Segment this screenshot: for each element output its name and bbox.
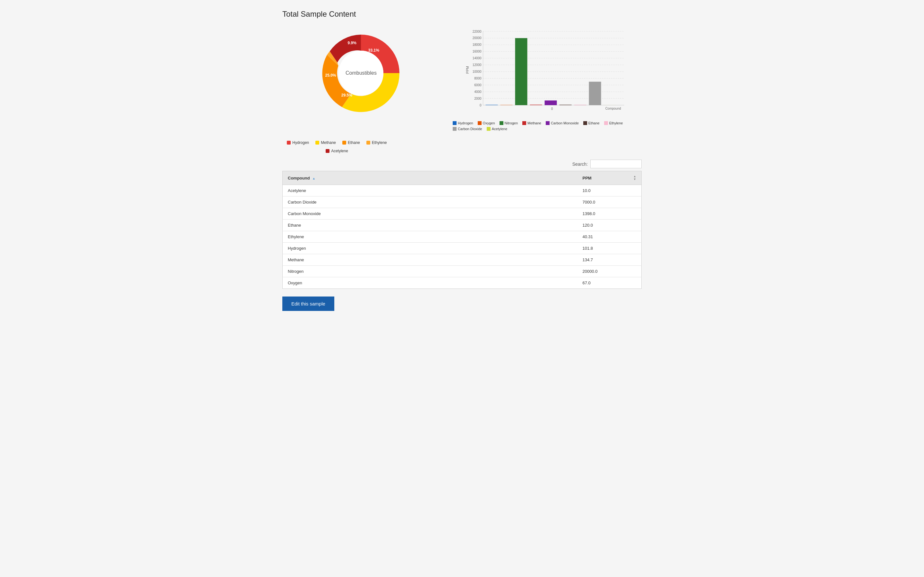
bar-legend: Hydrogen Oxygen Nitrogen Methane Carbon … [453, 121, 642, 131]
bar-legend-oxygen: Oxygen [478, 121, 495, 125]
svg-text:0: 0 [551, 107, 553, 111]
legend-dot-ethane [342, 141, 346, 145]
bar-legend-nitrogen: Nitrogen [499, 121, 518, 125]
ppm-col-label: PPM [583, 176, 591, 181]
table-row: Oxygen 67.0 [283, 277, 642, 289]
cell-compound: Carbon Monoxide [283, 208, 577, 219]
svg-text:22000: 22000 [473, 30, 481, 33]
svg-text:10000: 10000 [473, 70, 481, 73]
legend-dot-acetylene [326, 149, 330, 153]
cell-compound: Ethylene [283, 231, 577, 243]
svg-rect-33 [583, 121, 587, 125]
cell-ppm: 7000.0 [577, 197, 642, 208]
svg-text:14000: 14000 [473, 56, 481, 60]
bar-legend-methane: Methane [522, 121, 541, 125]
legend-label-ethane: Ethane [348, 140, 360, 145]
legend-methane: Methane [315, 140, 336, 145]
column-header-ppm[interactable]: PPM ▲▼ [577, 171, 642, 185]
cell-compound: Carbon Dioxide [283, 197, 577, 208]
legend-dot-hydrogen [287, 141, 291, 145]
bar-oxygen [500, 105, 512, 105]
legend-label-ethylene: Ethylene [372, 140, 387, 145]
legend-dot-methane [315, 141, 319, 145]
table-row: Hydrogen 101.8 [283, 243, 642, 254]
bar-section: PPM 22000 20000 18000 16000 [453, 28, 642, 131]
charts-row: 33.1% 9.9% 25.0% 29.5% Combustibles PPM [282, 28, 642, 131]
page-title: Total Sample Content [282, 10, 642, 19]
bar-legend-carbon-dioxide: Carbon Dioxide [453, 127, 482, 131]
bar-legend-carbon-dioxide-label: Carbon Dioxide [458, 127, 482, 131]
bar-carbon-monoxide [544, 100, 557, 105]
donut-section: 33.1% 9.9% 25.0% 29.5% Combustibles [282, 28, 440, 123]
table-row: Methane 134.7 [283, 254, 642, 266]
label-hydrogen-pct: 25.0% [325, 73, 336, 77]
bar-legend-hydrogen: Hydrogen [453, 121, 473, 125]
svg-rect-29 [478, 121, 481, 125]
cell-ppm: 134.7 [577, 254, 642, 266]
table-row: Ethane 120.0 [283, 219, 642, 231]
table-body: Acetylene 10.0 Carbon Dioxide 7000.0 Car… [283, 185, 642, 289]
legend-hydrogen: Hydrogen [287, 140, 309, 145]
bar-legend-carbon-monoxide: Carbon Monoxide [546, 121, 579, 125]
data-table: Compound ▲ PPM ▲▼ Acetylene 10.0 Carbon … [282, 171, 642, 289]
table-row: Carbon Dioxide 7000.0 [283, 197, 642, 208]
legend-ethane: Ethane [342, 140, 360, 145]
cell-ppm: 1398.0 [577, 208, 642, 219]
bar-ethane [559, 105, 572, 105]
legend-label-hydrogen: Hydrogen [292, 140, 309, 145]
svg-text:8000: 8000 [474, 77, 481, 80]
svg-text:2000: 2000 [474, 97, 481, 100]
bar-legend-ethylene: Ethylene [604, 121, 623, 125]
cell-compound: Methane [283, 254, 577, 266]
label-methane-pct: 33.1% [368, 48, 379, 53]
cell-compound: Hydrogen [283, 243, 577, 254]
svg-text:PPM: PPM [465, 66, 469, 74]
svg-rect-30 [499, 121, 503, 125]
donut-hole [338, 51, 383, 95]
bar-hydrogen [485, 105, 498, 105]
svg-rect-34 [604, 121, 608, 125]
svg-rect-36 [487, 127, 491, 131]
svg-rect-28 [453, 121, 457, 125]
cell-ppm: 101.8 [577, 243, 642, 254]
svg-text:16000: 16000 [473, 50, 481, 53]
legend-label-acetylene: Acetylene [331, 149, 348, 153]
bar-legend-acetylene: Acetylene [487, 127, 507, 131]
legend-dot-ethylene [367, 141, 370, 145]
cell-ppm: 120.0 [577, 219, 642, 231]
donut-legend-row: Hydrogen Methane Ethane Ethylene Acetyle… [282, 140, 391, 153]
svg-text:12000: 12000 [473, 63, 481, 67]
cell-ppm: 20000.0 [577, 266, 642, 277]
cell-ppm: 10.0 [577, 185, 642, 197]
ppm-header-inner: PPM ▲▼ [583, 175, 636, 181]
bar-chart-svg: PPM 22000 20000 18000 16000 [453, 28, 642, 118]
cell-compound: Acetylene [283, 185, 577, 197]
label-acetylene-pct: 9.9% [347, 41, 356, 45]
compound-col-label: Compound [288, 176, 310, 181]
sort-icon-compound: ▲ [312, 177, 315, 180]
table-row: Acetylene 10.0 [283, 185, 642, 197]
ppm-sort-arrows: ▲▼ [633, 175, 636, 181]
legend-acetylene: Acetylene [326, 149, 348, 153]
bar-legend-acetylene-label: Acetylene [492, 127, 507, 131]
svg-text:18000: 18000 [473, 43, 481, 47]
table-row: Carbon Monoxide 1398.0 [283, 208, 642, 219]
cell-ppm: 67.0 [577, 277, 642, 289]
search-row: Search: [282, 160, 642, 168]
search-input[interactable] [590, 160, 642, 168]
svg-text:0: 0 [480, 103, 481, 107]
edit-this-sample-button[interactable]: Edit this sample [282, 297, 334, 311]
svg-rect-35 [453, 127, 457, 131]
bar-carbon-dioxide [589, 82, 601, 105]
svg-text:4000: 4000 [474, 90, 481, 93]
page-container: Total Sample Content [270, 0, 654, 321]
cell-compound: Nitrogen [283, 266, 577, 277]
bar-nitrogen [515, 38, 527, 105]
svg-rect-32 [546, 121, 549, 125]
bar-methane [530, 105, 542, 105]
column-header-compound[interactable]: Compound ▲ [283, 171, 577, 185]
svg-text:Compound: Compound [606, 107, 621, 110]
label-ethane-pct: 29.5% [341, 93, 352, 97]
svg-text:6000: 6000 [474, 83, 481, 87]
bar-chart-container: PPM 22000 20000 18000 16000 [453, 28, 642, 118]
